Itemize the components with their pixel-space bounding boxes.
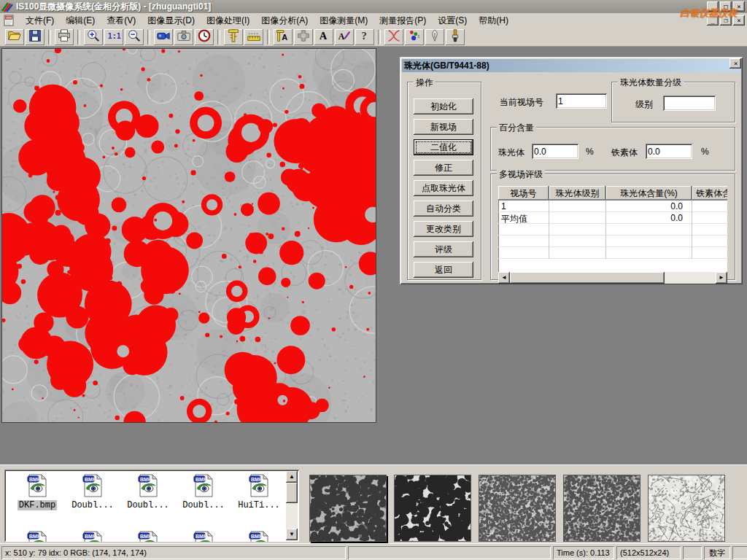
file-item-partial[interactable]: BMP	[66, 531, 120, 542]
menu-item-image-display[interactable]: 图像显示(D)	[142, 13, 201, 28]
sample-thumbnail[interactable]	[394, 475, 471, 542]
sample-thumbnail[interactable]	[648, 475, 725, 542]
menu-item-file[interactable]: 文件(F)	[20, 13, 60, 28]
pearlite-label: 珠光体	[498, 147, 525, 159]
toolbar-button-zoom-out[interactable]	[125, 29, 144, 45]
return-button[interactable]: 返回	[414, 262, 473, 278]
svg-text:BMP: BMP	[85, 477, 96, 482]
file-item-partial[interactable]: BMP	[10, 531, 64, 542]
camera-icon	[177, 28, 191, 45]
toolbar-button-clock[interactable]	[195, 29, 214, 45]
file-item[interactable]: BMPDoubl...	[66, 474, 120, 510]
table-row[interactable]	[498, 224, 727, 236]
toolbar-button-caliper[interactable]	[224, 29, 243, 45]
toolbar-button-save[interactable]	[26, 29, 44, 45]
grade-label: 级别	[635, 98, 653, 111]
menu-item-measure-report[interactable]: 测量报告(P)	[374, 13, 432, 28]
table-header-cell[interactable]: 珠光体级别	[549, 186, 606, 201]
toolbar-button-zoom-in[interactable]	[84, 29, 103, 45]
pearlite-percent-input[interactable]	[532, 144, 578, 159]
toolbar-button-measure-text[interactable]: A	[274, 29, 293, 45]
minimize-button[interactable]: _	[707, 1, 719, 12]
table-row[interactable]	[498, 247, 727, 259]
toolbar-button-annotate[interactable]: A	[335, 29, 354, 45]
table-row[interactable]	[498, 236, 727, 247]
menu-item-settings[interactable]: 设置(S)	[432, 13, 473, 28]
rating-table[interactable]: 视场号珠光体级别珠光体含量(%)铁素体含量(%)10.0平均值0.0	[498, 186, 727, 272]
mdi-minimize-button[interactable]: _	[707, 15, 719, 26]
toolbar-button-print[interactable]	[55, 29, 74, 45]
mdi-restore-button[interactable]: ❐	[720, 15, 732, 26]
multi-field-rating-group: 多视场评级 视场号珠光体级别珠光体含量(%)铁素体含量(%)10.0平均值0.0…	[490, 174, 735, 280]
table-row[interactable]: 10.0	[498, 201, 727, 212]
sample-thumbnail[interactable]	[563, 475, 640, 542]
document-icon[interactable]: DOC	[3, 15, 15, 26]
current-field-input[interactable]	[556, 93, 607, 109]
dialog-title-bar[interactable]: 珠光体(GB/T9441-88)	[402, 59, 740, 72]
scroll-left-button[interactable]: ◄	[498, 272, 510, 284]
file-list[interactable]: ▲ ▼ BMPDKF.bmpBMPBMPDoubl...BMPBMPDoubl.…	[4, 470, 299, 542]
toolbar-button-pattern[interactable]	[294, 29, 313, 45]
scroll-up-button[interactable]: ▲	[286, 471, 298, 483]
toolbar-button-text[interactable]: A	[314, 29, 333, 45]
menu-item-image-analysis[interactable]: 图像分析(A)	[255, 13, 314, 28]
svg-text:BMP: BMP	[196, 477, 207, 482]
file-list-scrollbar[interactable]: ▲ ▼	[286, 471, 298, 540]
text-icon: A	[317, 28, 331, 45]
pick-pearlite-button[interactable]: 点取珠光体	[414, 180, 473, 196]
scroll-right-button[interactable]: ►	[716, 272, 727, 284]
file-item-partial[interactable]: BMP	[121, 531, 175, 542]
table-horizontal-scrollbar[interactable]: ◄ ►	[498, 272, 727, 284]
sample-thumbnail[interactable]	[309, 475, 387, 542]
correct-button[interactable]: 修正	[414, 160, 473, 176]
file-item-partial[interactable]: BMP	[177, 531, 231, 542]
mdi-close-button[interactable]: ×	[733, 15, 745, 26]
table-header-cell[interactable]: 珠光体含量(%)	[606, 186, 692, 201]
sample-thumbnail[interactable]	[479, 475, 556, 542]
micrograph-image[interactable]	[1, 48, 376, 423]
toolbar-separator	[147, 30, 150, 44]
table-row[interactable]: 平均值0.0	[498, 212, 727, 224]
toolbar-button-camera[interactable]	[174, 29, 193, 45]
toolbar-button-ruler[interactable]	[244, 29, 263, 45]
auto-classify-button[interactable]: 自动分类	[414, 201, 473, 217]
toolbar-button-particles[interactable]: 3	[405, 29, 424, 45]
menu-item-image-process[interactable]: 图像处理(I)	[201, 13, 255, 28]
table-header-cell[interactable]: 视场号	[498, 186, 549, 201]
scrollbar-thumb[interactable]	[510, 272, 665, 284]
table-header-cell[interactable]: 铁素体含量(%)	[692, 186, 727, 201]
file-item[interactable]: BMPDKF.bmp	[10, 474, 64, 510]
toolbar-button-actual-size[interactable]: 1:1	[104, 29, 123, 45]
scroll-down-button[interactable]: ▼	[286, 529, 298, 540]
file-item[interactable]: BMPDoubl...	[177, 474, 231, 510]
change-class-button[interactable]: 更改类别	[414, 221, 473, 237]
toolbar-button-help[interactable]: ?	[355, 29, 374, 45]
toolbar-button-brush[interactable]	[446, 29, 465, 45]
file-item[interactable]: BMPDoubl...	[121, 474, 175, 510]
ferrite-percent-sign: %	[701, 147, 709, 157]
new-field-button[interactable]: 新视场	[414, 119, 473, 135]
menu-item-help[interactable]: 帮助(H)	[473, 13, 514, 28]
ferrite-percent-input[interactable]	[646, 144, 692, 159]
initialize-button[interactable]: 初始化	[414, 98, 473, 114]
binarize-button[interactable]: 二值化	[414, 139, 473, 155]
menu-item-image-measure[interactable]: 图像测量(M)	[314, 13, 374, 28]
dialog-close-button[interactable]: ×	[729, 58, 741, 69]
menu-item-edit[interactable]: 编辑(E)	[60, 13, 101, 28]
toolbar-button-open[interactable]	[5, 29, 24, 45]
maximize-button[interactable]: □	[720, 1, 732, 12]
rate-button[interactable]: 评级	[414, 241, 473, 257]
scrollbar-thumb[interactable]	[286, 483, 298, 503]
toolbar-button-pen[interactable]	[425, 29, 444, 45]
close-button[interactable]: ×	[733, 1, 745, 12]
svg-text:1:1: 1:1	[108, 32, 121, 40]
mdi-child-controls: _ ❐ ×	[707, 15, 745, 26]
file-item-partial[interactable]: BMP	[232, 531, 286, 542]
grade-input[interactable]	[663, 96, 716, 111]
toolbar-button-video-camera[interactable]	[154, 29, 173, 45]
menu-item-view[interactable]: 查看(V)	[101, 13, 142, 28]
toolbar-button-spline[interactable]	[384, 29, 403, 45]
table-cell-content	[606, 224, 692, 236]
table-cell-content	[606, 236, 692, 247]
file-item[interactable]: BMPHuiTi...	[232, 474, 286, 510]
